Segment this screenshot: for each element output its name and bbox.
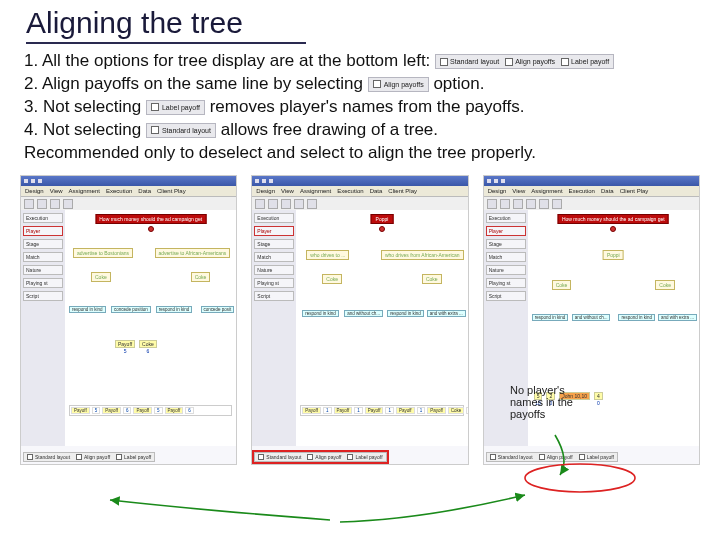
screenshot-panels: DesignViewAssignment ExecutionDataClient… — [18, 175, 702, 465]
panel-2: DesignViewAssignment ExecutionDataClient… — [251, 175, 468, 465]
panel-1-options: Standard layout Align payoff Label payof… — [23, 452, 155, 462]
panel-1-sidebar: Execution Player Stage Match Nature Play… — [21, 210, 65, 446]
panel-1: DesignViewAssignment ExecutionDataClient… — [20, 175, 237, 465]
line-2a: 2. Align payoffs on the same line by sel… — [24, 74, 368, 93]
panel-3-options: Standard layout Align payoff Label payof… — [486, 452, 618, 462]
label-payoff-chip: Label payoff — [146, 100, 205, 115]
line-3a: 3. Not selecting — [24, 97, 146, 116]
instruction-block: 1. All the options for tree display are … — [18, 50, 702, 165]
line-1: 1. All the options for tree display are … — [24, 51, 430, 70]
callout-no-names: No player's names in the payoffs — [510, 384, 600, 420]
standard-layout-chip: Standard layout — [146, 123, 216, 138]
panel-2-options: Standard layout Align payoff Label payof… — [254, 452, 386, 462]
options-group-chip: Standard layout Align payoffs Label payo… — [435, 54, 614, 69]
panel-1-canvas: How much money should the ad campaign ge… — [65, 210, 236, 446]
line-3b: removes player's names from the payoffs. — [210, 97, 525, 116]
line-2b: option. — [433, 74, 484, 93]
recommendation: Recommended only to deselect and select … — [24, 142, 702, 165]
root-label: How much money should the ad campaign ge… — [95, 214, 206, 224]
panel-3: DesignViewAssignment ExecutionDataClient… — [483, 175, 700, 465]
align-payoffs-chip: Align payoffs — [368, 77, 429, 92]
page-title: Aligning the tree — [26, 6, 306, 44]
line-4a: 4. Not selecting — [24, 120, 146, 139]
panel-1-menu: DesignViewAssignment ExecutionDataClient… — [21, 186, 236, 197]
panel-1-titlebar — [21, 176, 236, 186]
line-4b: allows free drawing of a tree. — [221, 120, 438, 139]
